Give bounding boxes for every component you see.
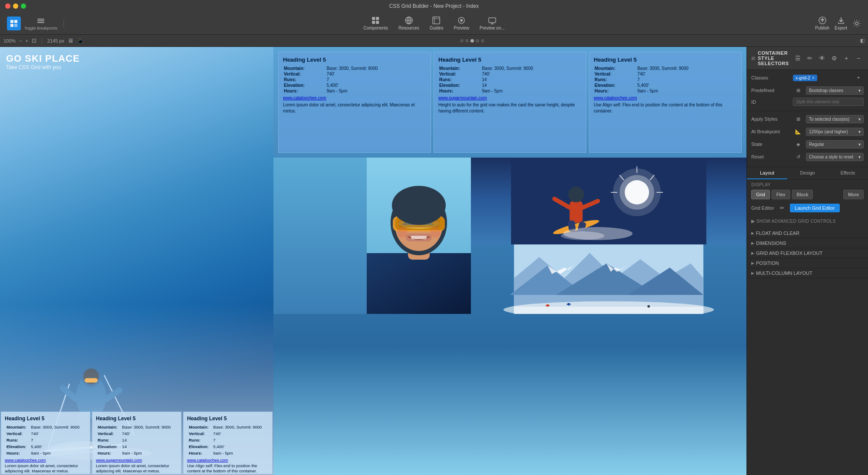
tablet-icon[interactable]: 📱 — [77, 37, 84, 44]
publish-btn[interactable]: Publish — [815, 16, 829, 30]
position-header[interactable]: ▶ POSITION — [747, 258, 868, 268]
preview-on-btn[interactable]: Preview on... — [480, 16, 505, 30]
panel-plus-icon[interactable]: + — [841, 53, 852, 63]
display-btn-more[interactable]: More — [843, 190, 864, 199]
launch-grid-editor-btn[interactable]: Launch Grid Editor — [790, 204, 840, 212]
site-title: GO SKI PLACE — [6, 53, 80, 64]
reset-label: Reset — [751, 154, 790, 159]
classes-add-icon[interactable]: + — [853, 73, 864, 83]
right-panel: ⊞ CONTAINER STYLE SELECTORS ☰ ✏ 👁 ⚙ + − … — [746, 47, 868, 475]
bp-dot-4[interactable] — [476, 39, 479, 43]
bp-dot-1[interactable] — [460, 39, 464, 43]
display-btn-block[interactable]: Block — [792, 190, 813, 199]
svg-rect-15 — [433, 17, 440, 24]
panel-settings-icon[interactable]: ⚙ — [829, 53, 839, 63]
desktop-icon[interactable]: 🖥 — [68, 37, 73, 44]
grid-editor-pencil-icon[interactable]: ✏ — [777, 203, 787, 213]
grid-flexbox-header[interactable]: ▶ GRID AND FLEXBOX LAYOUT — [747, 248, 868, 258]
panel-edit-icon[interactable]: ✏ — [805, 53, 815, 63]
at-breakpoint-dropdown[interactable]: 1200px (and higher) ▾ — [806, 128, 864, 136]
float-clear-section: ▶ FLOAT AND CLEAR — [747, 228, 868, 238]
advanced-grid-controls-row[interactable]: ▶ SHOW ADVANCED GRID CONTROLS — [751, 217, 864, 226]
display-btn-flex[interactable]: Flex — [772, 190, 790, 199]
ski-background-left: GO SKI PLACE Take CSS Grid with you — [0, 47, 273, 475]
minimize-button[interactable] — [13, 3, 18, 9]
reset-row: Reset ↺ Choose a style to reset ▾ — [751, 152, 864, 162]
display-buttons: Grid Flex Block More — [751, 190, 864, 199]
reset-icon[interactable]: ↺ — [793, 152, 803, 162]
ski-card-3-link[interactable]: www.cataloochee.com — [594, 96, 737, 100]
classes-tag-value: x-grid-2 — [796, 76, 810, 80]
classes-tag-remove[interactable]: × — [812, 76, 815, 80]
maximize-button[interactable] — [21, 3, 26, 9]
bottom-card-1-table: Mountain:Base: 3000, Summit: 9000 Vertic… — [5, 423, 86, 457]
panel-layout-icon[interactable]: ☰ — [792, 53, 803, 63]
id-input[interactable] — [793, 98, 864, 106]
bottom-card-2-link[interactable]: www.sugarmountain.com — [96, 458, 178, 462]
advanced-arrow-icon: ▶ — [751, 218, 755, 224]
ski-card-2-text: Height to auto for the grid row makes th… — [438, 102, 582, 114]
toolbar2-sep — [42, 37, 42, 44]
position-section: ▶ POSITION — [747, 258, 868, 268]
ski-card-2: Heading Level 5 Mountain:Base: 3000, Sum… — [434, 52, 586, 153]
zoom-in-icon[interactable]: + — [26, 38, 28, 43]
panel-view-icon[interactable]: 👁 — [817, 53, 827, 63]
ski-card-1-link[interactable]: www.cataloochee.com — [283, 96, 426, 100]
bottom-card-3-link[interactable]: www.cataloochee.com — [187, 458, 269, 462]
bottom-card-3-text: Use Align self: Flex-end to position the… — [187, 463, 269, 474]
bottom-card-1-link[interactable]: www.cataloochee.com — [5, 458, 86, 462]
bottom-card-3: Heading Level 5 Mountain:Base: 3000, Sum… — [183, 412, 273, 474]
preview-btn[interactable]: Preview — [454, 16, 469, 30]
photo-grid-area — [273, 158, 746, 314]
svg-point-59 — [430, 227, 441, 238]
toolbar: Toggle Breakpoints | Components Resource… — [0, 12, 868, 35]
ski-card-2-link[interactable]: www.sugarmountain.com — [438, 96, 582, 100]
ski-card-3-table: Mountain:Base: 3000, Summit: 9000 Vertic… — [594, 66, 737, 94]
tab-design[interactable]: Design — [787, 167, 828, 179]
tab-effects[interactable]: Effects — [828, 167, 868, 179]
resources-btn[interactable]: Resources — [398, 16, 419, 30]
float-clear-header[interactable]: ▶ FLOAT AND CLEAR — [747, 228, 868, 238]
guides-btn[interactable]: Guides — [430, 16, 444, 30]
bp-dot-5[interactable] — [481, 39, 484, 43]
multi-column-header[interactable]: ▶ MULTI-COLUMN LAYOUT — [747, 268, 868, 278]
components-btn[interactable]: Components — [363, 16, 388, 30]
bottom-card-1: Heading Level 5 Mountain:Base: 3000, Sum… — [1, 412, 90, 474]
predefined-dropdown[interactable]: Bootstrap classes ▾ — [806, 86, 864, 95]
apply-styles-dropdown[interactable]: To selected class(es) ▾ — [806, 115, 864, 123]
export-btn[interactable]: Export — [835, 16, 847, 30]
zoom-out-icon[interactable]: − — [19, 38, 22, 43]
bottom-card-2-text: Lorem ipsum dolor sit amet, consectetur … — [96, 463, 178, 474]
mountain-scene-svg — [471, 244, 746, 314]
display-btn-grid[interactable]: Grid — [751, 190, 770, 199]
dimensions-header[interactable]: ▶ DIMENSIONS — [747, 238, 868, 248]
panel-toggle-icon[interactable]: ◧ — [860, 38, 865, 43]
panel-header-left: ⊞ CONTAINER STYLE SELECTORS — [751, 50, 792, 66]
classes-tag[interactable]: x-grid-2 × — [793, 75, 817, 81]
ski-card-1: Heading Level 5 Mountain:Base: 3000, Sum… — [278, 52, 431, 153]
svg-point-71 — [569, 187, 584, 202]
toggle-breakpoints-btn[interactable]: Toggle Breakpoints — [24, 16, 58, 30]
fit-icon[interactable]: ⊡ — [32, 37, 36, 44]
window-title: CSS Grid Builder - New Project - Index — [389, 3, 479, 9]
svg-point-58 — [397, 227, 408, 238]
svg-rect-6 — [37, 22, 44, 23]
tab-layout[interactable]: Layout — [747, 167, 787, 179]
classes-label: Classes — [751, 75, 790, 80]
panel-minus-icon[interactable]: − — [853, 53, 864, 63]
app-icon[interactable] — [7, 16, 21, 30]
settings-btn[interactable] — [852, 19, 861, 28]
predefined-value: Bootstrap classes — [809, 88, 843, 93]
apply-styles-icon: ⊞ — [793, 114, 803, 124]
predefined-icon: ⊞ — [793, 85, 803, 96]
ski-card-2-heading: Heading Level 5 — [438, 56, 582, 63]
multi-column-arrow: ▶ — [751, 271, 754, 275]
close-button[interactable] — [5, 3, 10, 9]
state-dropdown[interactable]: Regular ▾ — [806, 140, 864, 148]
bp-dot-2[interactable] — [465, 39, 469, 43]
bottom-cards-row: Heading Level 5 Mountain:Base: 3000, Sum… — [0, 411, 273, 475]
dimensions-label: DIMENSIONS — [756, 241, 786, 246]
position-label: POSITION — [756, 261, 779, 266]
bp-dot-3[interactable] — [470, 39, 474, 43]
reset-dropdown[interactable]: Choose a style to reset ▾ — [806, 153, 864, 161]
